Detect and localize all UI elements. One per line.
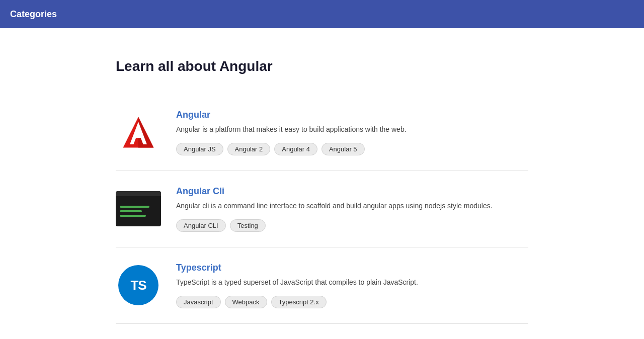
angular-tags: Angular JSAngular 2Angular 4Angular 5	[176, 143, 528, 155]
tag[interactable]: Typescript 2.x	[271, 296, 327, 308]
app-header: Categories	[0, 0, 644, 28]
typescript-logo: TS	[116, 263, 161, 308]
tag[interactable]: Angular CLI	[176, 219, 226, 232]
category-list: Angular Angular is a platform that makes…	[116, 95, 528, 324]
angular-cli-link[interactable]: Angular Cli	[176, 186, 528, 197]
ts-logo-icon: TS	[118, 265, 158, 305]
list-item: Angular Cli Angular cli is a command lin…	[116, 171, 528, 247]
angular-category-info: Angular Angular is a platform that makes…	[176, 110, 528, 155]
angular-cli-description: Angular cli is a command line interface …	[176, 201, 528, 211]
typescript-category-info: Typescript TypeScript is a typed superse…	[176, 263, 528, 308]
tag[interactable]: Angular 5	[321, 143, 365, 155]
tag[interactable]: Angular 2	[227, 143, 271, 155]
angular-cli-tags: Angular CLITesting	[176, 219, 528, 232]
list-item: Angular Angular is a platform that makes…	[116, 95, 528, 171]
header-title: Categories	[10, 9, 57, 20]
angular-description: Angular is a platform that makes it easy…	[176, 124, 528, 135]
angular-link[interactable]: Angular	[176, 110, 528, 120]
angular-logo	[116, 110, 161, 155]
page-title: Learn all about Angular	[116, 58, 528, 74]
main-content: Learn all about Angular Angular Angular …	[106, 28, 538, 339]
typescript-tags: JavascriptWebpackTypescript 2.x	[176, 296, 528, 308]
typescript-link[interactable]: Typescript	[176, 263, 528, 273]
angular-cli-category-info: Angular Cli Angular cli is a command lin…	[176, 186, 528, 232]
typescript-description: TypeScript is a typed superset of JavaSc…	[176, 277, 528, 288]
tag[interactable]: Angular JS	[176, 143, 223, 155]
tag[interactable]: Angular 4	[274, 143, 317, 155]
tag[interactable]: Testing	[230, 219, 266, 232]
tag[interactable]: Webpack	[225, 296, 267, 308]
list-item: TS Typescript TypeScript is a typed supe…	[116, 247, 528, 324]
cli-terminal-icon	[116, 191, 161, 226]
angular-cli-logo	[116, 186, 161, 231]
tag[interactable]: Javascript	[176, 296, 221, 308]
